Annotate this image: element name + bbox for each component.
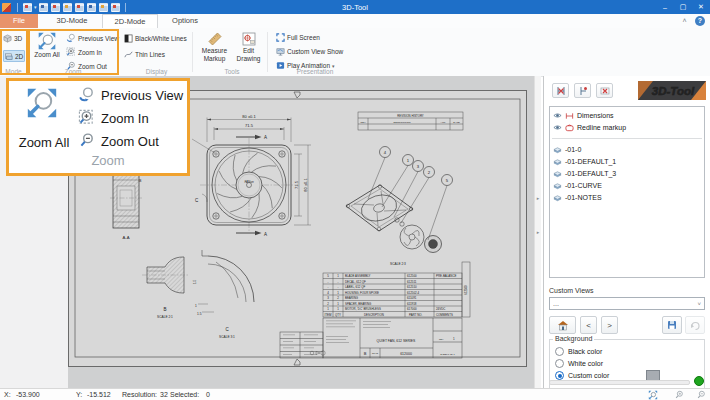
popup-zoom-in-label[interactable]: Zoom In <box>101 111 149 126</box>
status-green-indicator <box>694 376 704 386</box>
drawing-title: QUIET FAN, 612 SERIES <box>377 339 416 343</box>
radio-selected-icon <box>555 371 564 380</box>
close-button[interactable]: ✕ <box>692 0 710 14</box>
minimize-button[interactable]: – <box>656 0 674 14</box>
restore-view-icon <box>690 320 700 330</box>
bom-cell: 612510 <box>407 285 417 289</box>
qat-icon[interactable] <box>111 3 120 12</box>
zoom-tutorial-popup: Zoom All Previous View Zoom In Zoom Out … <box>6 78 190 176</box>
qat-icon[interactable] <box>63 3 72 12</box>
dimensions-toggle-button[interactable] <box>552 83 569 98</box>
save-view-button[interactable] <box>662 316 682 334</box>
zoom-all-large-icon[interactable] <box>25 86 59 120</box>
layer-item[interactable]: -01-DEFAULT_1 <box>553 156 702 167</box>
home-view-icon <box>557 320 569 331</box>
list-divider <box>552 138 702 139</box>
statusbar-zoom-out-button[interactable] <box>696 390 706 400</box>
collapse-ribbon-icon[interactable]: ˄ <box>679 16 690 26</box>
popup-zoom-out-label[interactable]: Zoom Out <box>101 134 159 149</box>
zoom-all-icon <box>37 31 57 51</box>
zoom-all-label: Zoom All <box>34 51 59 59</box>
background-custom-option[interactable]: Custom color <box>555 371 609 380</box>
scrollbar-arrow-icon[interactable]: ▸ <box>535 228 541 237</box>
next-custom-view-button[interactable]: > <box>601 316 618 334</box>
popup-zoom-all-label[interactable]: Zoom All <box>11 135 77 150</box>
rev-col: REV <box>360 121 365 124</box>
vertical-scrollbar[interactable]: ▸ ▸ <box>534 76 541 388</box>
qat-open-icon[interactable] <box>23 3 32 12</box>
dimensions-label: Dimensions <box>577 112 614 119</box>
list-item-redline-markup[interactable]: Redline markup <box>553 122 702 133</box>
dimensions-icon <box>565 112 574 120</box>
qat-icon[interactable] <box>99 3 108 12</box>
default-view-button[interactable] <box>549 316 576 334</box>
layer-label: -01-CURVE <box>565 182 602 189</box>
group-separator <box>192 32 193 72</box>
layer-item[interactable]: -01-NOTES <box>553 192 702 203</box>
status-resolution-label: Resolution: <box>122 391 157 398</box>
qat-separator <box>17 3 18 12</box>
bom-header-cell: ITEM <box>325 313 332 317</box>
status-x-label: X: <box>4 391 11 398</box>
thin-lines-button[interactable]: Thin Lines <box>124 50 165 59</box>
qat-icon[interactable] <box>75 3 84 12</box>
measure-markup-label-1: Measure <box>202 47 227 55</box>
statusbar-zoom-in-button[interactable] <box>674 390 684 400</box>
structure-list[interactable]: Dimensions Redline markup -01-0 -01-DEFA… <box>549 106 705 278</box>
popup-previous-view-label[interactable]: Previous View <box>101 88 183 103</box>
title-bar: ▾ 3D-Tool – ▢ ✕ <box>0 0 710 14</box>
3d-tool-app: { "colors": { "accent_orange": "#F0A22E"… <box>0 0 710 400</box>
tab-2d-mode[interactable]: 2D-Mode <box>102 14 158 28</box>
layer-item[interactable]: -01-DEFAULT_3 <box>553 168 702 179</box>
exploded-rotor <box>425 236 442 253</box>
qat-dropdown-caret-icon[interactable]: ▾ <box>34 3 37 12</box>
bom-cell: BLADE ASSEMBLY <box>345 274 371 278</box>
black-white-lines-button[interactable]: Black/White Lines <box>124 34 187 43</box>
previous-custom-view-button[interactable]: < <box>580 316 597 334</box>
popup-zoom-out-icon[interactable] <box>78 132 95 149</box>
qat-icon[interactable] <box>51 3 60 12</box>
presentation-group-label: Presentation <box>272 68 358 75</box>
background-black-option[interactable]: Black color <box>555 347 602 356</box>
measure-markup-button[interactable]: Measure Markup <box>199 31 230 71</box>
mode-3d-label: 3D <box>14 35 22 42</box>
restore-view-button[interactable] <box>685 316 705 334</box>
tab-options[interactable]: Options <box>162 14 208 28</box>
ribbon-group-mode: 3D 2D Mode <box>0 28 27 76</box>
maximize-button[interactable]: ▢ <box>674 0 692 14</box>
tools-group-label: Tools <box>196 68 268 75</box>
layer-item[interactable]: -01-CURVE <box>553 180 702 191</box>
zoom-in-icon <box>66 47 76 57</box>
markup-delete-button[interactable] <box>596 83 613 98</box>
zoom-in-button[interactable]: Zoom In <box>66 47 102 57</box>
background-white-option[interactable]: White color <box>555 359 603 368</box>
zoom-all-button[interactable]: Zoom All <box>30 31 64 69</box>
display-group-label: Display <box>120 68 193 75</box>
status-selected-value: 0 <box>206 391 210 398</box>
custom-views-select[interactable]: ... ˅ <box>549 297 705 310</box>
logo-text: 3D-Tool <box>652 85 695 97</box>
zoom-all-mini-icon <box>648 390 658 400</box>
layer-icon <box>553 194 562 202</box>
rev-label: REV <box>439 338 444 340</box>
markup-toggle-button[interactable] <box>574 83 591 98</box>
qat-icon[interactable] <box>39 3 48 12</box>
edit-drawing-button[interactable]: Edit Drawing <box>233 31 264 71</box>
layer-item[interactable]: -01-0 <box>553 144 702 155</box>
tab-file[interactable]: File <box>0 14 38 28</box>
popup-previous-view-icon[interactable] <box>78 86 95 103</box>
app-icon[interactable] <box>2 3 11 12</box>
help-icon[interactable]: ? <box>695 16 705 26</box>
scrollbar-arrow-icon[interactable]: ▸ <box>535 194 541 203</box>
popup-zoom-in-icon[interactable] <box>78 109 95 126</box>
statusbar-zoom-all-button[interactable] <box>648 390 658 400</box>
dim-80-top: 80 ±0.1 <box>242 114 256 119</box>
mode-2d-button[interactable]: 2D <box>3 50 25 62</box>
previous-view-button[interactable]: Previous View <box>66 33 119 43</box>
full-screen-button[interactable]: Full Screen <box>276 33 320 42</box>
custom-view-show-button[interactable]: Custom View Show <box>276 47 343 56</box>
mode-3d-button[interactable]: 3D <box>3 32 25 44</box>
list-item-dimensions[interactable]: Dimensions <box>553 110 702 121</box>
qat-icon[interactable] <box>87 3 96 12</box>
tab-3d-mode[interactable]: 3D-Mode <box>44 14 100 28</box>
